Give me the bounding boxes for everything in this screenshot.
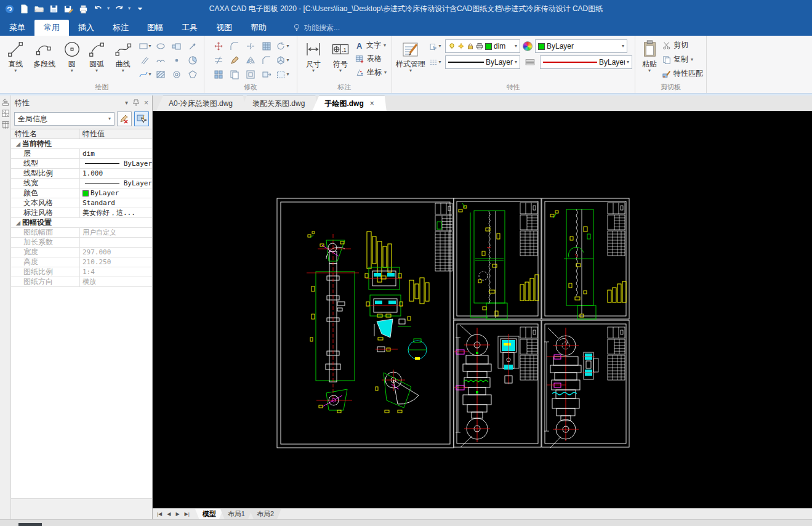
pick-object-button[interactable] [134,111,149,126]
property-row[interactable]: 宽度297.000 [11,248,152,257]
menu-tab-6[interactable]: 工具 [172,20,207,36]
property-row[interactable]: 颜色ByLayer [11,188,152,198]
arrow-icon[interactable] [185,39,200,52]
sleeve-icon[interactable] [169,39,184,52]
fillet-icon[interactable] [227,39,242,52]
menu-tab-3[interactable]: 插入 [69,20,103,36]
erase-icon[interactable] [227,54,242,67]
paste-button[interactable]: 粘贴▾ [639,39,660,73]
collapse-icon[interactable]: ◢ [16,220,20,226]
copy2-icon[interactable] [227,68,242,81]
style-manager-button[interactable]: 样式管理▾ [396,39,425,73]
group-label-annotate: 标注 [297,83,392,93]
scope-combo[interactable]: 全局信息▾ [14,112,115,126]
property-row[interactable]: 图纸比例1:4 [11,267,152,277]
parallel-line-icon[interactable] [137,54,152,67]
library-panel-icon[interactable] [1,109,10,118]
layer-color-swatch [485,43,492,50]
symbol-button[interactable]: .1 符号▾ [328,39,353,73]
menu-tab-2[interactable]: 常用 [34,20,69,36]
ellipse-icon[interactable] [153,39,168,52]
dimension-button[interactable]: 尺寸▾ [301,39,326,73]
property-row[interactable]: 高度210.250 [11,257,152,267]
move-icon[interactable] [211,39,226,52]
polyline-button[interactable]: 多段线 [30,39,59,68]
linetype-combo[interactable]: ByLayer ▾ [445,55,520,69]
pie-icon[interactable] [185,54,200,67]
property-row[interactable]: 图纸方向横放 [11,277,152,287]
function-search[interactable]: 功能搜索... [293,20,340,36]
stretch-icon[interactable] [259,68,274,81]
property-row[interactable]: 线宽ByLayer [11,179,152,188]
document-tab-1[interactable]: A0-冷床总装图.dwg [156,95,245,111]
cut-button[interactable]: 剪切 [662,39,703,52]
menu-tab-1[interactable]: 菜单 [0,20,34,36]
array-icon[interactable] [211,68,226,81]
rotate-icon[interactable]: ▾ [275,39,290,52]
prev-sheet-nav[interactable]: ◀ [165,511,172,517]
menu-tab-4[interactable]: 标注 [103,20,138,36]
property-group-row[interactable]: ◢图幅设置 [11,218,152,228]
cad-drawing[interactable] [153,111,812,508]
close-tab-icon[interactable]: × [370,96,374,111]
layer-combo[interactable]: dim ▾ [445,39,520,53]
explode-icon[interactable]: ▾ [275,54,290,67]
spline-button[interactable]: 曲线▾ [111,39,135,73]
text-button[interactable]: A 文字▾ [355,39,387,52]
scallop-icon[interactable] [153,54,168,67]
layout-tab-2[interactable]: 布局1 [220,509,252,519]
pin-icon[interactable] [133,99,139,107]
hatch-icon[interactable] [153,68,168,81]
spline-tool-icon[interactable]: ▾ [137,68,152,81]
trim-icon[interactable] [211,54,226,67]
linetype-tool-icon[interactable]: ▾ [428,56,443,69]
property-group-row[interactable]: ◢当前特性 [11,139,152,149]
property-row[interactable]: 线型ByLayer [11,159,152,169]
property-row[interactable]: 层dim [11,149,152,159]
first-sheet-nav[interactable]: |◀ [155,511,164,517]
chamfer-icon[interactable] [259,54,274,67]
layout-tab-1[interactable]: 模型 [195,509,223,519]
table-button[interactable]: 表格 [355,52,387,65]
palette-tool-icon[interactable] [1,98,10,107]
property-row[interactable]: 文本风格Standard [11,198,152,208]
drawing-area[interactable] [153,111,812,508]
document-tab-2[interactable]: 装配关系图.dwg [240,95,317,111]
color-wheel-icon[interactable] [523,41,533,51]
mirror-icon[interactable] [243,54,258,67]
frame-icon[interactable]: ▾ [275,68,290,81]
edit-cancel-button[interactable] [117,111,132,126]
region-icon[interactable] [259,39,274,52]
grid-panel-icon[interactable] [1,120,10,129]
next-sheet-nav[interactable]: ▶ [174,511,181,517]
menu-tab-5[interactable]: 图幅 [138,20,172,36]
polygon-icon[interactable] [185,68,200,81]
property-row[interactable]: 标注风格美女你好，這... [11,208,152,218]
property-row[interactable]: 图纸幅面用户自定义 [11,228,152,238]
layer-combo-value: dim [494,42,513,51]
property-row[interactable]: 线型比例1.000 [11,169,152,179]
collapse-icon[interactable]: ◢ [16,141,20,147]
coordinate-button[interactable]: 坐标▾ [355,66,387,79]
circle-button[interactable]: 圆▾ [62,39,82,73]
panel-dropdown-icon[interactable]: ▾ [125,100,128,105]
break-icon[interactable] [243,39,258,52]
linewidth-combo[interactable]: ByLayer ▾ [540,55,632,69]
copy-button[interactable]: 复制▾ [662,53,703,66]
arc-button[interactable]: 圆弧▾ [85,39,109,73]
last-sheet-nav[interactable]: ▶| [183,511,191,517]
gear-icon[interactable] [169,68,184,81]
menu-tab-7[interactable]: 视图 [207,20,241,36]
line-button[interactable]: 直线▾ [4,39,28,73]
property-row[interactable]: 加长系数 [11,238,152,248]
layout-tab-3[interactable]: 布局2 [249,509,281,519]
layer-tool-icon[interactable]: ▾ [428,40,443,53]
panel-close-icon[interactable]: × [144,99,148,107]
color-combo[interactable]: ByLayer ▾ [535,39,627,53]
point-icon[interactable] [169,54,184,67]
menu-tab-8[interactable]: 帮助 [241,20,276,36]
offset-icon[interactable] [243,68,258,81]
rectangle-icon[interactable]: ▾ [137,39,152,52]
match-properties-button[interactable]: 特性匹配 [662,67,703,80]
document-tab-3[interactable]: 手绘图.dwg× [312,95,386,111]
